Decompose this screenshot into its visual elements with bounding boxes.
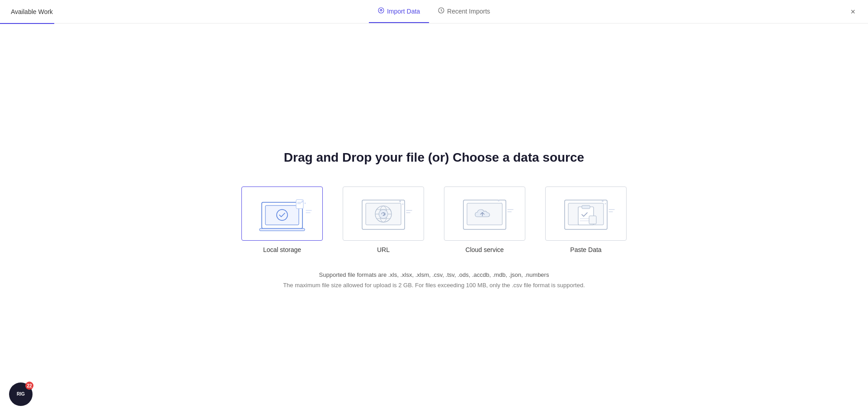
- svg-point-38: [605, 203, 606, 204]
- svg-rect-36: [589, 216, 596, 224]
- svg-rect-33: [582, 205, 590, 209]
- app-header: Available Work Import Data Recent Import…: [0, 0, 868, 23]
- user-badge[interactable]: RIG 22: [9, 382, 33, 406]
- badge-count: 22: [25, 382, 33, 390]
- paste-icon-box: [545, 187, 627, 241]
- clock-icon: [438, 7, 444, 15]
- svg-point-20: [402, 203, 404, 205]
- cloud-illustration: [455, 193, 514, 234]
- badge-initials: RIG: [17, 392, 25, 397]
- card-cloud-service[interactable]: Cloud service: [439, 187, 530, 253]
- card-local-storage[interactable]: Local storage: [237, 187, 327, 253]
- local-storage-icon-box: [241, 187, 323, 241]
- paste-data-label: Paste Data: [570, 246, 601, 253]
- tab-recent-imports[interactable]: Recent Imports: [429, 0, 499, 23]
- svg-point-8: [305, 202, 306, 204]
- local-storage-label: Local storage: [263, 246, 301, 253]
- local-storage-illustration: [253, 193, 311, 234]
- svg-point-27: [501, 202, 502, 204]
- svg-point-26: [498, 200, 500, 201]
- max-size-text: The maximum file size allowed for upload…: [283, 282, 585, 289]
- paste-illustration: [557, 193, 615, 234]
- svg-point-18: [379, 210, 388, 219]
- tab-import-label: Import Data: [387, 8, 420, 15]
- svg-point-19: [399, 201, 401, 202]
- cloud-icon-box: [444, 187, 525, 241]
- url-icon-box: [343, 187, 424, 241]
- close-button[interactable]: ×: [849, 6, 857, 18]
- supported-formats-text: Supported file formats are .xls, .xlsx, …: [319, 271, 549, 278]
- data-source-cards: Local storage: [237, 187, 631, 253]
- tab-recent-label: Recent Imports: [447, 8, 490, 15]
- app-title: Available Work: [11, 8, 53, 15]
- svg-point-37: [602, 200, 604, 202]
- card-url[interactable]: URL: [338, 187, 429, 253]
- header-tabs: Import Data Recent Imports: [369, 0, 499, 23]
- card-paste-data[interactable]: Paste Data: [541, 187, 631, 253]
- svg-rect-5: [259, 228, 305, 231]
- tab-import-data[interactable]: Import Data: [369, 0, 429, 23]
- main-content: Drag and Drop your file (or) Choose a da…: [0, 23, 868, 415]
- upload-icon: [378, 7, 384, 15]
- page-headline: Drag and Drop your file (or) Choose a da…: [284, 150, 584, 165]
- svg-rect-3: [265, 205, 299, 225]
- progress-bar: [0, 23, 54, 24]
- url-label: URL: [377, 246, 390, 253]
- url-illustration: [354, 193, 413, 234]
- cloud-service-label: Cloud service: [466, 246, 504, 253]
- svg-point-7: [302, 201, 303, 202]
